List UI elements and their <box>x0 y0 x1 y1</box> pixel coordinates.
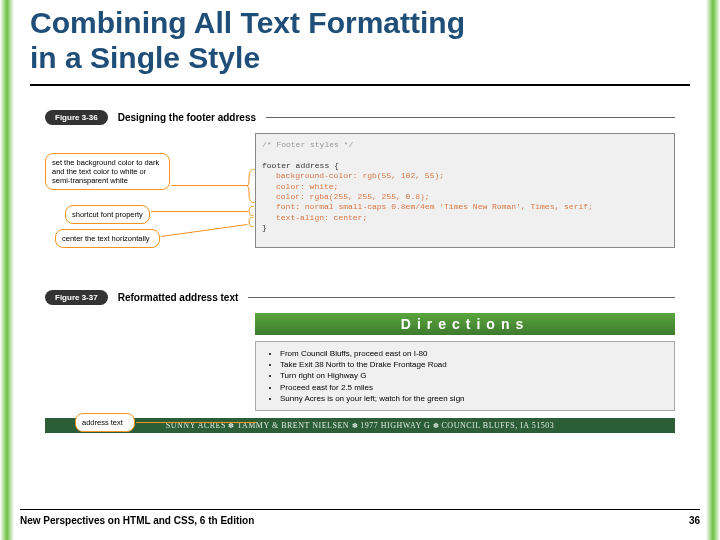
title-line-1: Combining All Text Formatting <box>30 6 465 39</box>
directions-heading: Directions <box>255 313 675 335</box>
code-comment: /* Footer styles */ <box>262 140 668 150</box>
figure-tag: Figure 3-37 <box>45 290 108 305</box>
code-selector: footer address { <box>262 161 668 171</box>
side-accent-right <box>706 0 720 540</box>
figure-body: /* Footer styles */ footer address { bac… <box>45 133 675 253</box>
footer-text-left: New Perspectives on HTML and CSS, 6 th E… <box>20 515 254 526</box>
slide-title: Combining All Text Formatting in a Singl… <box>30 6 465 75</box>
figure-3-37: Figure 3-37 Reformatted address text Dir… <box>45 290 675 313</box>
brace-icon <box>248 206 256 216</box>
figure-title: Designing the footer address <box>118 112 256 123</box>
star-icon: ✽ <box>433 422 442 430</box>
list-item: Proceed east for 2.5 miles <box>280 382 664 393</box>
callout-bg-color: set the background color to dark and the… <box>45 153 170 190</box>
figure-header: Figure 3-37 Reformatted address text <box>45 290 675 305</box>
figure-3-36: Figure 3-36 Designing the footer address… <box>45 110 675 253</box>
star-icon: ✽ <box>228 422 237 430</box>
code-end: } <box>262 223 668 233</box>
star-icon: ✽ <box>352 422 361 430</box>
code-line-1: background-color: rgb(55, 102, 55); <box>276 171 668 181</box>
code-line-5: text-align: center; <box>276 213 668 223</box>
figure-title: Reformatted address text <box>118 292 239 303</box>
page-number: 36 <box>689 515 700 526</box>
directions-list: From Council Bluffs, proceed east on I-8… <box>255 341 675 411</box>
list-item: Take Exit 38 North to the Drake Frontage… <box>280 359 664 370</box>
callout-center-text: center the text horizontally <box>55 229 160 248</box>
callout-connector <box>171 185 247 186</box>
list-item: Turn right on Highway G <box>280 370 664 381</box>
title-line-2: in a Single Style <box>30 41 260 74</box>
footer-address: SUNNY ACRES ✽ TAMMY & BRENT NIELSEN ✽ 19… <box>45 418 675 433</box>
callout-font-shortcut: shortcut font property <box>65 205 150 224</box>
list-item: Sunny Acres is on your left; watch for t… <box>280 393 664 404</box>
figure-header: Figure 3-36 Designing the footer address <box>45 110 675 125</box>
callout-connector <box>161 224 247 237</box>
code-line-2: color: white; <box>276 182 668 192</box>
callout-connector <box>136 422 256 423</box>
brace-icon <box>248 217 256 227</box>
title-underline <box>30 84 690 86</box>
figure-rule <box>248 297 675 298</box>
side-accent-left <box>0 0 14 540</box>
code-line-3: color: rgba(255, 255, 255, 0.8); <box>276 192 668 202</box>
list-item: From Council Bluffs, proceed east on I-8… <box>280 348 664 359</box>
code-block: /* Footer styles */ footer address { bac… <box>255 133 675 248</box>
figure-rule <box>266 117 675 118</box>
callout-connector <box>151 211 248 212</box>
brace-icon <box>247 169 257 203</box>
figure-tag: Figure 3-36 <box>45 110 108 125</box>
code-line-4: font: normal small-caps 0.8em/4em 'Times… <box>276 202 668 212</box>
footer-rule <box>20 509 700 510</box>
callout-address-text: address text <box>75 413 135 432</box>
